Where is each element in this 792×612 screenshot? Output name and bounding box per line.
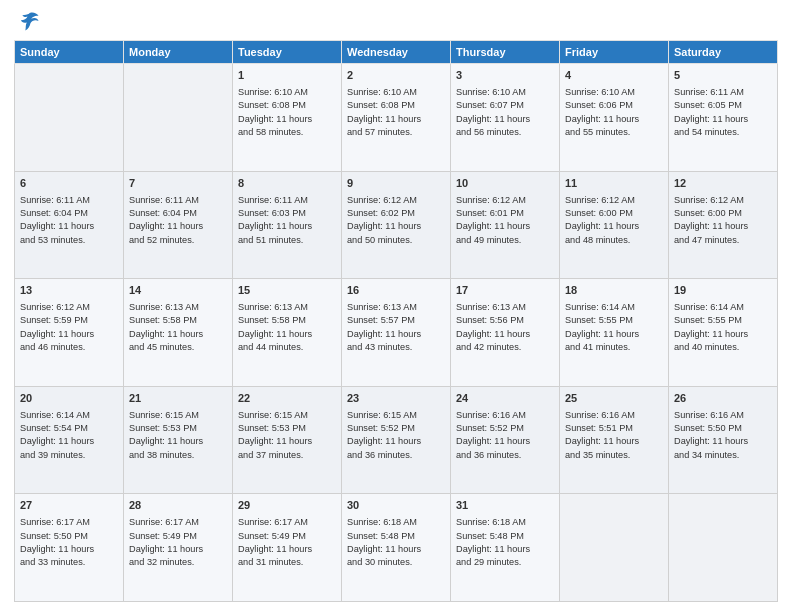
cell-content: Sunrise: 6:17 AM Sunset: 5:49 PM Dayligh… [129,516,227,569]
calendar-cell: 30Sunrise: 6:18 AM Sunset: 5:48 PM Dayli… [342,494,451,602]
day-number: 21 [129,391,227,407]
cell-content: Sunrise: 6:16 AM Sunset: 5:52 PM Dayligh… [456,409,554,462]
calendar-cell: 3Sunrise: 6:10 AM Sunset: 6:07 PM Daylig… [451,64,560,172]
header [14,10,778,32]
calendar-table: SundayMondayTuesdayWednesdayThursdayFrid… [14,40,778,602]
day-number: 1 [238,68,336,84]
day-number: 30 [347,498,445,514]
calendar-cell: 11Sunrise: 6:12 AM Sunset: 6:00 PM Dayli… [560,171,669,279]
day-number: 5 [674,68,772,84]
day-number: 7 [129,176,227,192]
day-number: 6 [20,176,118,192]
calendar-cell: 16Sunrise: 6:13 AM Sunset: 5:57 PM Dayli… [342,279,451,387]
cell-content: Sunrise: 6:14 AM Sunset: 5:54 PM Dayligh… [20,409,118,462]
day-number: 2 [347,68,445,84]
calendar-cell [124,64,233,172]
calendar-cell: 2Sunrise: 6:10 AM Sunset: 6:08 PM Daylig… [342,64,451,172]
cell-content: Sunrise: 6:10 AM Sunset: 6:08 PM Dayligh… [238,86,336,139]
day-number: 19 [674,283,772,299]
cell-content: Sunrise: 6:13 AM Sunset: 5:57 PM Dayligh… [347,301,445,354]
calendar-cell: 19Sunrise: 6:14 AM Sunset: 5:55 PM Dayli… [669,279,778,387]
cell-content: Sunrise: 6:15 AM Sunset: 5:52 PM Dayligh… [347,409,445,462]
day-number: 26 [674,391,772,407]
cell-content: Sunrise: 6:18 AM Sunset: 5:48 PM Dayligh… [347,516,445,569]
calendar-cell: 5Sunrise: 6:11 AM Sunset: 6:05 PM Daylig… [669,64,778,172]
cell-content: Sunrise: 6:12 AM Sunset: 6:00 PM Dayligh… [565,194,663,247]
logo-bird-icon [18,10,40,32]
calendar-cell: 28Sunrise: 6:17 AM Sunset: 5:49 PM Dayli… [124,494,233,602]
cell-content: Sunrise: 6:13 AM Sunset: 5:56 PM Dayligh… [456,301,554,354]
calendar-cell: 26Sunrise: 6:16 AM Sunset: 5:50 PM Dayli… [669,386,778,494]
calendar-cell: 29Sunrise: 6:17 AM Sunset: 5:49 PM Dayli… [233,494,342,602]
day-number: 3 [456,68,554,84]
cell-content: Sunrise: 6:11 AM Sunset: 6:03 PM Dayligh… [238,194,336,247]
calendar-cell: 22Sunrise: 6:15 AM Sunset: 5:53 PM Dayli… [233,386,342,494]
day-header-tuesday: Tuesday [233,41,342,64]
day-number: 4 [565,68,663,84]
cell-content: Sunrise: 6:12 AM Sunset: 6:01 PM Dayligh… [456,194,554,247]
calendar-cell: 25Sunrise: 6:16 AM Sunset: 5:51 PM Dayli… [560,386,669,494]
day-number: 31 [456,498,554,514]
calendar-week-row: 6Sunrise: 6:11 AM Sunset: 6:04 PM Daylig… [15,171,778,279]
cell-content: Sunrise: 6:10 AM Sunset: 6:07 PM Dayligh… [456,86,554,139]
calendar-cell: 12Sunrise: 6:12 AM Sunset: 6:00 PM Dayli… [669,171,778,279]
calendar-cell: 21Sunrise: 6:15 AM Sunset: 5:53 PM Dayli… [124,386,233,494]
calendar-week-row: 20Sunrise: 6:14 AM Sunset: 5:54 PM Dayli… [15,386,778,494]
calendar-cell: 1Sunrise: 6:10 AM Sunset: 6:08 PM Daylig… [233,64,342,172]
day-number: 15 [238,283,336,299]
day-number: 9 [347,176,445,192]
day-number: 16 [347,283,445,299]
day-header-friday: Friday [560,41,669,64]
day-header-sunday: Sunday [15,41,124,64]
calendar-cell: 20Sunrise: 6:14 AM Sunset: 5:54 PM Dayli… [15,386,124,494]
calendar-cell: 24Sunrise: 6:16 AM Sunset: 5:52 PM Dayli… [451,386,560,494]
day-number: 18 [565,283,663,299]
calendar-cell: 14Sunrise: 6:13 AM Sunset: 5:58 PM Dayli… [124,279,233,387]
day-number: 12 [674,176,772,192]
calendar-cell: 10Sunrise: 6:12 AM Sunset: 6:01 PM Dayli… [451,171,560,279]
cell-content: Sunrise: 6:12 AM Sunset: 6:00 PM Dayligh… [674,194,772,247]
cell-content: Sunrise: 6:13 AM Sunset: 5:58 PM Dayligh… [129,301,227,354]
calendar-cell: 18Sunrise: 6:14 AM Sunset: 5:55 PM Dayli… [560,279,669,387]
day-header-thursday: Thursday [451,41,560,64]
cell-content: Sunrise: 6:11 AM Sunset: 6:05 PM Dayligh… [674,86,772,139]
calendar-week-row: 1Sunrise: 6:10 AM Sunset: 6:08 PM Daylig… [15,64,778,172]
calendar-cell [560,494,669,602]
calendar-header-row: SundayMondayTuesdayWednesdayThursdayFrid… [15,41,778,64]
cell-content: Sunrise: 6:17 AM Sunset: 5:50 PM Dayligh… [20,516,118,569]
calendar-week-row: 13Sunrise: 6:12 AM Sunset: 5:59 PM Dayli… [15,279,778,387]
day-number: 24 [456,391,554,407]
cell-content: Sunrise: 6:10 AM Sunset: 6:08 PM Dayligh… [347,86,445,139]
logo [14,10,40,32]
calendar-cell: 8Sunrise: 6:11 AM Sunset: 6:03 PM Daylig… [233,171,342,279]
day-number: 29 [238,498,336,514]
cell-content: Sunrise: 6:11 AM Sunset: 6:04 PM Dayligh… [129,194,227,247]
calendar-cell: 31Sunrise: 6:18 AM Sunset: 5:48 PM Dayli… [451,494,560,602]
day-number: 14 [129,283,227,299]
cell-content: Sunrise: 6:16 AM Sunset: 5:51 PM Dayligh… [565,409,663,462]
calendar-cell: 4Sunrise: 6:10 AM Sunset: 6:06 PM Daylig… [560,64,669,172]
calendar-cell: 27Sunrise: 6:17 AM Sunset: 5:50 PM Dayli… [15,494,124,602]
day-number: 11 [565,176,663,192]
day-number: 22 [238,391,336,407]
cell-content: Sunrise: 6:18 AM Sunset: 5:48 PM Dayligh… [456,516,554,569]
cell-content: Sunrise: 6:14 AM Sunset: 5:55 PM Dayligh… [674,301,772,354]
cell-content: Sunrise: 6:17 AM Sunset: 5:49 PM Dayligh… [238,516,336,569]
cell-content: Sunrise: 6:13 AM Sunset: 5:58 PM Dayligh… [238,301,336,354]
calendar-cell: 6Sunrise: 6:11 AM Sunset: 6:04 PM Daylig… [15,171,124,279]
cell-content: Sunrise: 6:11 AM Sunset: 6:04 PM Dayligh… [20,194,118,247]
day-number: 10 [456,176,554,192]
day-number: 28 [129,498,227,514]
day-number: 8 [238,176,336,192]
calendar-cell [669,494,778,602]
cell-content: Sunrise: 6:12 AM Sunset: 5:59 PM Dayligh… [20,301,118,354]
calendar-week-row: 27Sunrise: 6:17 AM Sunset: 5:50 PM Dayli… [15,494,778,602]
cell-content: Sunrise: 6:10 AM Sunset: 6:06 PM Dayligh… [565,86,663,139]
day-number: 20 [20,391,118,407]
day-number: 23 [347,391,445,407]
calendar-cell: 15Sunrise: 6:13 AM Sunset: 5:58 PM Dayli… [233,279,342,387]
day-header-wednesday: Wednesday [342,41,451,64]
calendar-cell: 9Sunrise: 6:12 AM Sunset: 6:02 PM Daylig… [342,171,451,279]
calendar-cell [15,64,124,172]
page-container: SundayMondayTuesdayWednesdayThursdayFrid… [0,0,792,612]
